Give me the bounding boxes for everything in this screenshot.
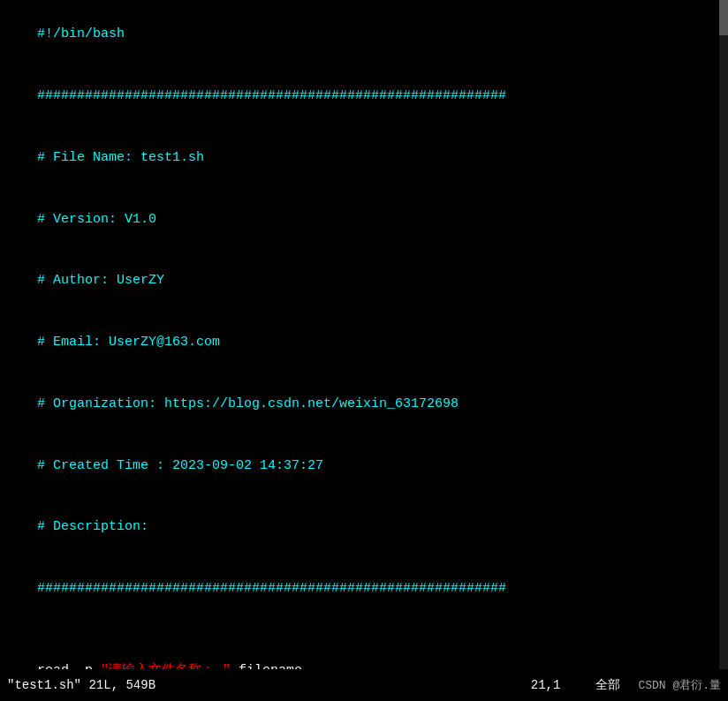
line-11 xyxy=(5,620,723,640)
line-1: #!/bin/bash xyxy=(5,4,723,65)
status-position: 21,1 xyxy=(531,678,561,692)
comment-org: # Organization: https://blog.csdn.net/we… xyxy=(37,396,459,411)
read-keyword: read -p xyxy=(37,663,101,669)
read-prompt-space: " xyxy=(215,663,231,669)
read-prompt-chinese: 请输入文件名称： xyxy=(109,663,215,669)
read-prompt-quote: " xyxy=(101,663,109,669)
line-9: # Description: xyxy=(5,496,723,558)
scrollbar[interactable] xyxy=(719,0,728,669)
comment-author: # Author: UserZY xyxy=(37,273,164,288)
comment-description: # Description: xyxy=(37,519,148,534)
line-12-read: read -p "请输入文件名称： " filename xyxy=(5,640,723,669)
shebang: #!/bin/bash xyxy=(37,26,125,41)
line-7: # Organization: https://blog.csdn.net/we… xyxy=(5,373,723,435)
status-filename: "test1.sh" xyxy=(7,678,81,692)
statusbar: "test1.sh" 21L, 549B 21,1 全部 CSDN @君衍.量 xyxy=(0,669,728,701)
separator-bottom: ########################################… xyxy=(37,581,506,596)
comment-created-time: # Created Time : 2023-09-02 14:37:27 xyxy=(37,458,323,473)
line-10: ########################################… xyxy=(5,558,723,620)
comment-version: # Version: V1.0 xyxy=(37,212,156,227)
line-3: # File Name: test1.sh xyxy=(5,127,723,189)
read-var: filename xyxy=(231,663,302,669)
status-all: 全部 xyxy=(595,677,620,693)
separator-top: ########################################… xyxy=(37,88,506,103)
line-8: # Created Time : 2023-09-02 14:37:27 xyxy=(5,434,723,496)
line-4: # Version: V1.0 xyxy=(5,188,723,250)
watermark: CSDN @君衍.量 xyxy=(638,677,721,693)
code-editor[interactable]: #!/bin/bash ############################… xyxy=(0,0,728,669)
status-file-info: "test1.sh" 21L, 549B xyxy=(7,678,531,692)
comment-email: # Email: UserZY@163.com xyxy=(37,335,220,350)
scrollbar-thumb[interactable] xyxy=(719,0,728,35)
line-2: ########################################… xyxy=(5,65,723,127)
comment-filename: # File Name: test1.sh xyxy=(37,150,204,165)
line-5: # Author: UserZY xyxy=(5,250,723,312)
status-lines-info: 21L, 549B xyxy=(88,678,155,692)
line-6: # Email: UserZY@163.com xyxy=(5,312,723,373)
